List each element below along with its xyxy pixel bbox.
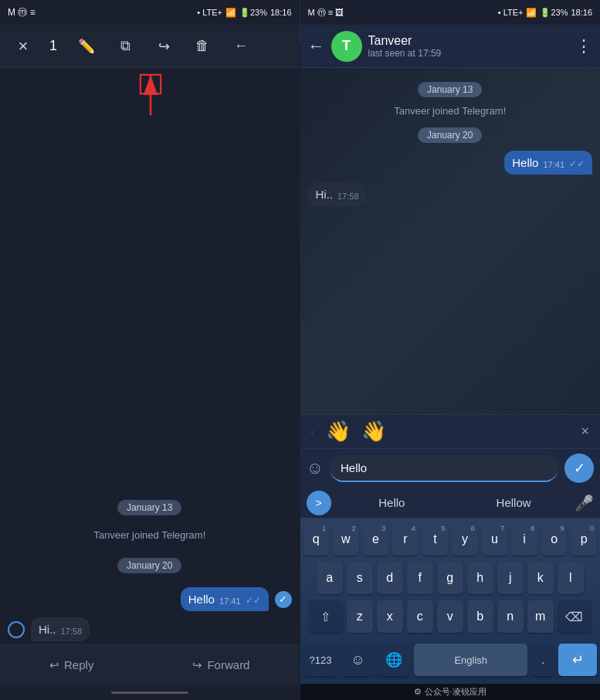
- emoji-wave1[interactable]: 👋: [326, 420, 351, 443]
- key-h[interactable]: h: [467, 562, 493, 594]
- forward-icon[interactable]: ↪: [151, 34, 176, 59]
- avatar: T: [331, 31, 362, 62]
- send-button[interactable]: ✓: [564, 454, 594, 483]
- message-input[interactable]: [330, 455, 558, 482]
- right-received-time: 17:58: [337, 192, 359, 201]
- key-x[interactable]: x: [377, 600, 403, 633]
- contact-status: last seen at 17:59: [368, 48, 570, 59]
- suggest-word2[interactable]: Hellow: [453, 496, 575, 509]
- right-read-receipts: ✓✓: [569, 158, 585, 169]
- sent-message-row[interactable]: Hello 17:41 ✓✓: [0, 584, 300, 614]
- key-e[interactable]: 3e: [363, 523, 389, 556]
- keyboard-row-1: 1q 2w 3e 4r 5t 6y 7u 8i 9o 0p: [303, 523, 598, 556]
- keyboard-suggestions: > Hello Hellow 🎤: [300, 488, 601, 518]
- date-january20-left: January 20: [0, 552, 300, 579]
- sent-text: Hello: [188, 593, 215, 606]
- key-t[interactable]: 5t: [422, 523, 449, 556]
- suggest-expand-button[interactable]: >: [307, 491, 331, 515]
- suggest-word1[interactable]: Hello: [331, 496, 453, 509]
- signal-bars-right: 📶: [526, 8, 537, 18]
- key-m[interactable]: m: [527, 600, 554, 633]
- key-c[interactable]: c: [407, 600, 433, 633]
- reply-icon-left: ↩: [49, 658, 59, 672]
- key-a[interactable]: a: [317, 562, 343, 594]
- copy-icon[interactable]: ⧉: [113, 34, 137, 59]
- keyboard-area: 1q 2w 3e 4r 5t 6y 7u 8i 9o 0p a s d f g …: [300, 518, 601, 684]
- signal-bars-left: 📶: [225, 8, 236, 18]
- key-b[interactable]: b: [467, 600, 493, 633]
- received-message-row[interactable]: Hi.. 17:58: [0, 614, 300, 644]
- contact-info: Tanveer last seen at 17:59: [368, 34, 570, 59]
- keyboard-row-2: a s d f g h j k l: [303, 562, 598, 594]
- back-button[interactable]: ←: [308, 36, 325, 56]
- right-received-row: Hi.. 17:58: [308, 182, 593, 206]
- key-v[interactable]: v: [437, 600, 463, 633]
- forward-icon-left: ↪: [192, 658, 202, 672]
- key-o[interactable]: 9o: [541, 523, 568, 556]
- enter-key[interactable]: ↵: [558, 644, 597, 676]
- key-p[interactable]: 0p: [571, 523, 597, 556]
- num-sym-key[interactable]: ?123: [303, 644, 338, 676]
- keyboard-rows: 1q 2w 3e 4r 5t 6y 7u 8i 9o 0p a s d f g …: [300, 518, 601, 644]
- battery-left: 🔋23%: [239, 8, 267, 18]
- chat-header: ← T Tanveer last seen at 17:59 ⋮: [300, 25, 601, 68]
- close-button[interactable]: ×: [11, 34, 36, 59]
- status-bar-left: M ⓜ ≡ • LTE+ 📶 🔋23% 18:16: [0, 0, 300, 25]
- emoji-wave2[interactable]: 👋: [361, 420, 386, 443]
- emoji-left-arrow: ‹: [311, 427, 314, 437]
- key-i[interactable]: 8i: [511, 523, 537, 556]
- emoji-close-button[interactable]: ×: [581, 423, 589, 440]
- key-r[interactable]: 4r: [392, 523, 419, 556]
- edit-icon[interactable]: ✏️: [74, 34, 99, 59]
- received-bubble: Hi.. 17:58: [31, 617, 90, 641]
- right-panel: M ⓜ ≡ 🖼 • LTE+ 📶 🔋23% 18:16 ← T Tanveer …: [300, 0, 601, 700]
- shift-key[interactable]: ⇧: [309, 600, 343, 633]
- backspace-key[interactable]: ⌫: [558, 600, 592, 633]
- mic-button[interactable]: 🎤: [575, 494, 594, 512]
- key-s[interactable]: s: [347, 562, 373, 594]
- key-f[interactable]: f: [407, 562, 433, 594]
- select-checkbox-sent[interactable]: [275, 591, 292, 608]
- right-sent-bubble: Hello 17:41 ✓✓: [504, 151, 592, 175]
- right-sent-text: Hello: [512, 156, 538, 169]
- emoji-suggestion-bar: ‹ 👋 👋 ×: [300, 414, 601, 448]
- key-k[interactable]: k: [527, 562, 554, 594]
- time-right: 18:16: [571, 8, 592, 17]
- forward-button[interactable]: ↪ Forward: [192, 658, 249, 672]
- left-panel: M ⓜ ≡ • LTE+ 📶 🔋23% 18:16 × 1 ✏️ ⧉ ↪ 🗑 ←: [0, 0, 300, 700]
- nav-bar-line-left: [111, 692, 188, 694]
- reply-button[interactable]: ↩ Reply: [49, 658, 93, 672]
- right-received-bubble: Hi.. 17:58: [308, 182, 367, 206]
- reply-icon[interactable]: ←: [229, 34, 253, 59]
- keyboard-row-3: ⇧ z x c v b n m ⌫: [303, 600, 598, 633]
- key-d[interactable]: d: [377, 562, 403, 594]
- delete-icon[interactable]: 🗑: [190, 34, 215, 59]
- emoji-picker-button[interactable]: ☺: [307, 458, 324, 478]
- key-z[interactable]: z: [347, 600, 373, 633]
- dot-key[interactable]: .: [531, 644, 554, 676]
- send-icon: ✓: [574, 460, 585, 477]
- date-january13-right: January 13: [308, 82, 593, 97]
- watermark-text: 公众号·凌锐应用: [425, 686, 486, 698]
- key-y[interactable]: 6y: [452, 523, 478, 556]
- received-time: 17:58: [61, 627, 83, 636]
- space-key[interactable]: English: [414, 644, 527, 676]
- key-g[interactable]: g: [437, 562, 463, 594]
- input-row: ☺ ✓: [300, 448, 601, 488]
- right-received-text: Hi..: [316, 188, 334, 201]
- key-n[interactable]: n: [497, 600, 524, 633]
- key-u[interactable]: 7u: [482, 523, 508, 556]
- key-l[interactable]: l: [558, 562, 584, 594]
- avatar-letter: T: [342, 38, 351, 54]
- key-q[interactable]: 1q: [303, 523, 330, 556]
- select-checkbox-received[interactable]: [8, 621, 25, 638]
- more-options-button[interactable]: ⋮: [575, 36, 592, 56]
- emoji-keyboard-button[interactable]: ☺: [341, 644, 374, 676]
- system-msg-right: Tanveer joined Telegram!: [308, 105, 593, 117]
- key-w[interactable]: 2w: [333, 523, 359, 556]
- left-bottom-bar: ↩ Reply ↪ Forward: [0, 644, 300, 685]
- key-j[interactable]: j: [497, 562, 524, 594]
- forward-label: Forward: [207, 658, 249, 671]
- read-receipts: ✓✓: [246, 595, 261, 606]
- globe-key[interactable]: 🌐: [378, 644, 410, 676]
